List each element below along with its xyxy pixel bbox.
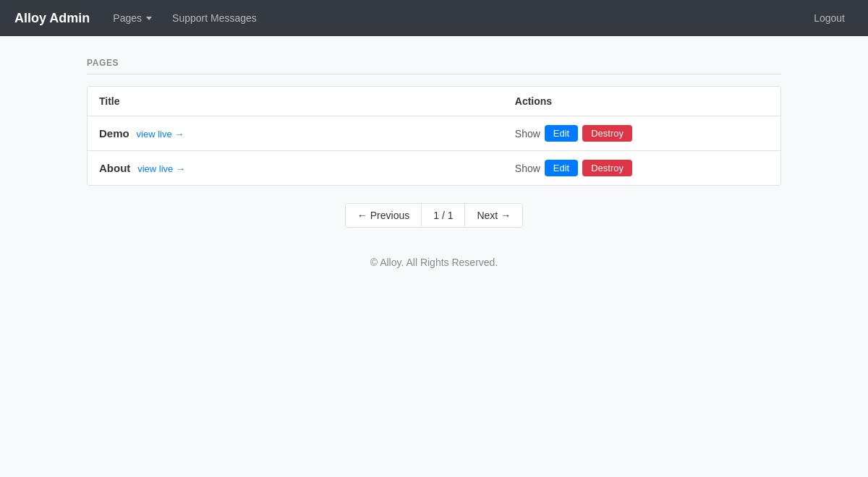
- row-about-show-label: Show: [515, 163, 540, 174]
- next-button[interactable]: Next →: [464, 204, 522, 227]
- row-about-destroy-button[interactable]: Destroy: [582, 160, 632, 176]
- row-demo-view-live-link[interactable]: view live →: [137, 129, 184, 139]
- row-demo-show-label: Show: [515, 128, 540, 139]
- nav-item-support-label: Support Messages: [172, 12, 257, 24]
- row-demo-edit-button[interactable]: Edit: [545, 125, 578, 142]
- table-header: Title Actions: [88, 87, 780, 116]
- row-demo-actions: Show Edit Destroy: [515, 125, 769, 142]
- row-about-actions: Show Edit Destroy: [515, 160, 769, 176]
- col-header-title: Title: [88, 87, 503, 116]
- pagination-container: ← Previous 1 / 1 Next →: [87, 203, 781, 228]
- row-demo-title: Demo: [99, 127, 129, 139]
- row-about-edit-button[interactable]: Edit: [545, 160, 578, 176]
- row-about-title-cell: About view live →: [88, 151, 503, 186]
- row-about-view-live-link[interactable]: view live →: [137, 163, 185, 174]
- row-demo-actions-cell: Show Edit Destroy: [503, 116, 780, 151]
- row-demo-destroy-button[interactable]: Destroy: [582, 125, 632, 142]
- nav-item-support-messages[interactable]: Support Messages: [163, 7, 265, 30]
- navbar-right: Logout: [805, 7, 854, 30]
- navbar: Alloy Admin Pages Support Messages Logou…: [0, 0, 868, 36]
- row-about-actions-cell: Show Edit Destroy: [503, 151, 780, 186]
- table-row: About view live → Show Edit Destroy: [88, 151, 780, 186]
- nav-item-pages-label: Pages: [113, 12, 142, 24]
- page-info: 1 / 1: [422, 204, 464, 227]
- table-row: Demo view live → Show Edit Destroy: [88, 116, 780, 151]
- pages-table: Title Actions Demo view live → Show Edit: [88, 87, 780, 185]
- pagination: ← Previous 1 / 1 Next →: [345, 203, 523, 228]
- pages-table-container: Title Actions Demo view live → Show Edit: [87, 86, 781, 186]
- main-container: PAGES Title Actions Demo view live →: [72, 58, 796, 268]
- table-body: Demo view live → Show Edit Destroy Ab: [88, 116, 780, 186]
- dropdown-caret-icon: [146, 17, 152, 20]
- footer: © Alloy. All Rights Reserved.: [87, 257, 781, 268]
- logout-button[interactable]: Logout: [805, 7, 854, 30]
- nav-item-pages[interactable]: Pages: [104, 7, 161, 30]
- navbar-brand[interactable]: Alloy Admin: [14, 11, 90, 26]
- previous-button[interactable]: ← Previous: [346, 204, 422, 227]
- section-divider: [87, 74, 781, 74]
- section-label: PAGES: [87, 58, 781, 68]
- footer-text: © Alloy. All Rights Reserved.: [370, 257, 498, 268]
- navbar-nav: Pages Support Messages: [104, 7, 805, 30]
- row-about-title: About: [99, 162, 130, 174]
- row-demo-title-cell: Demo view live →: [88, 116, 503, 151]
- col-header-actions: Actions: [503, 87, 780, 116]
